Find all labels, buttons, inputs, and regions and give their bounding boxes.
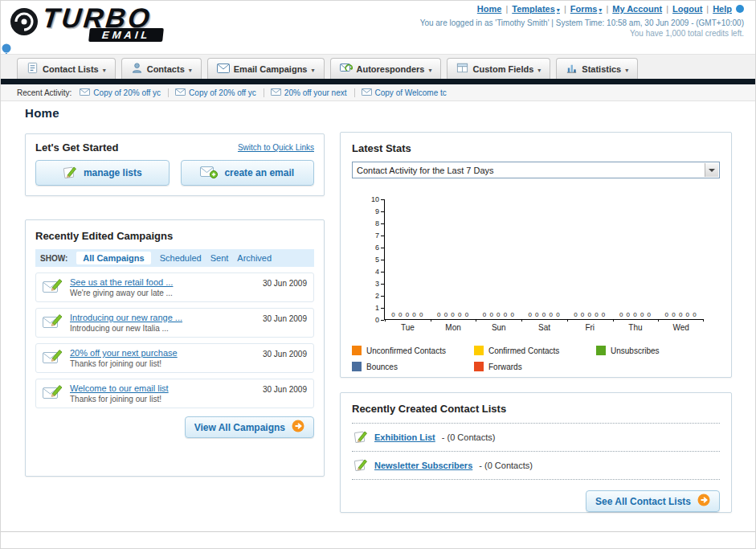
filter-tab-scheduled[interactable]: Scheduled (160, 253, 202, 263)
legend-swatch (596, 346, 606, 355)
see-all-contact-lists-button[interactable]: See All Contact Lists (586, 490, 720, 512)
campaign-title-link[interactable]: Welcome to our email list (70, 383, 169, 393)
campaign-date: 30 Jun 2009 (263, 348, 307, 358)
tab-statistics[interactable]: Statistics (556, 58, 638, 79)
campaign-edit-icon (43, 384, 63, 404)
legend-item: Confirmed Contacts (474, 346, 596, 355)
manage-lists-button[interactable]: manage lists (35, 160, 170, 186)
email-icon (175, 88, 186, 97)
stats-period-select[interactable]: Contact Activity for the Last 7 Days (352, 162, 720, 178)
legend-swatch (352, 346, 362, 355)
legend-label: Bounces (366, 363, 398, 371)
separator: | (564, 4, 566, 14)
recent-activity-item: Copy of 20% off yc (175, 88, 264, 97)
header-link-forms[interactable]: Forms (570, 4, 603, 14)
switch-quick-links-link[interactable]: Switch to Quick Links (238, 143, 314, 152)
contact-lists-icon (27, 62, 39, 76)
contact-list-link[interactable]: Exhibition List (374, 432, 435, 442)
chart-y-axis: 109876543210 (365, 199, 384, 320)
credits-info: You have 1,000 total credits left. (630, 29, 744, 38)
x-tick-label: Fri (567, 323, 613, 332)
logo-secondary: EMAIL (88, 28, 164, 42)
chevron-down-icon (311, 64, 314, 74)
main-nav: Contact Lists Contacts Email Campaigns A… (1, 54, 755, 79)
legend-label: Confirmed Contacts (488, 346, 559, 355)
x-tick-label: Tue (385, 323, 431, 332)
chart-value-labels: 0 0 0 0 0 (476, 311, 521, 319)
campaign-subtitle: Thanks for joining our list! (70, 359, 178, 368)
campaign-date: 30 Jun 2009 (263, 277, 307, 288)
legend-swatch (474, 362, 484, 371)
header-link-templates[interactable]: Templates (512, 4, 560, 14)
campaign-subtitle: Introducing our new Italia ... (70, 324, 182, 333)
header: TURBO EMAIL Home| Templates| Forms| My A… (1, 1, 755, 54)
recent-activity-item: Copy of 20% off yc (80, 88, 169, 97)
tab-contacts[interactable]: Contacts (121, 58, 202, 79)
recent-activity-link[interactable]: 20% off your next (284, 88, 347, 97)
recently-edited-campaigns-panel: Recently Edited Campaigns SHOW: All Camp… (25, 219, 325, 477)
chevron-down-icon (189, 64, 192, 74)
legend-swatch (352, 362, 362, 371)
app-logo[interactable]: TURBO EMAIL (9, 3, 163, 42)
create-email-button[interactable]: create an email (181, 160, 315, 186)
contact-list-count: - (0 Contacts) (442, 432, 496, 442)
arrow-right-icon (292, 420, 304, 435)
header-link-help[interactable]: Help (713, 4, 732, 14)
separator: | (606, 4, 608, 14)
campaign-title-link[interactable]: Introducing our new range ... (70, 313, 182, 322)
header-link-my-account[interactable]: My Account (612, 4, 662, 14)
filter-tab-sent[interactable]: Sent (210, 253, 229, 263)
campaign-row: Introducing our new range ... Introducin… (35, 308, 314, 338)
chart-day-group: 0 0 0 0 0Tue (385, 311, 431, 319)
recent-activity-link[interactable]: Copy of 20% off yc (93, 88, 161, 97)
chart-day-group: 0 0 0 0 0Sun (476, 311, 521, 319)
view-all-campaigns-label: View All Campaigns (194, 422, 285, 433)
chart-value-labels: 0 0 0 0 0 (431, 311, 476, 319)
pencil-paper-icon (353, 429, 368, 445)
campaign-row: Welcome to our email list Thanks for joi… (35, 379, 314, 408)
chevron-down-icon (625, 64, 628, 74)
autoresponders-icon (340, 63, 353, 75)
get-started-panel: Let's Get Started Switch to Quick Links … (25, 133, 325, 196)
tab-label: Email Campaigns (234, 64, 308, 74)
tab-contact-lists[interactable]: Contact Lists (17, 58, 116, 79)
campaigns-panel-title: Recently Edited Campaigns (35, 230, 173, 242)
recent-activity-label: Recent Activity: (17, 88, 72, 97)
contacts-icon (131, 62, 143, 76)
recent-activity-link[interactable]: Copy of 20% off yc (189, 88, 256, 97)
get-started-title: Let's Get Started (35, 141, 119, 154)
legend-item: Unconfirmed Contacts (352, 346, 474, 355)
x-tick-label: Thu (613, 323, 659, 332)
contact-list-link[interactable]: Newsletter Subscribers (374, 461, 472, 470)
chart-day-group: 0 0 0 0 0Sat (521, 311, 567, 319)
recent-activity-link[interactable]: Copy of Welcome tc (375, 88, 447, 97)
tab-label: Statistics (582, 64, 621, 74)
chart-day-group: 0 0 0 0 0Mon (431, 311, 476, 319)
filter-tab-all-campaigns[interactable]: All Campaigns (76, 252, 150, 264)
pencil-paper-icon (63, 165, 77, 182)
campaign-subtitle: Thanks for joining our list! (70, 395, 169, 404)
header-link-home[interactable]: Home (477, 4, 502, 14)
recently-created-contact-lists-panel: Recently Created Contact Lists Exhibitio… (340, 392, 732, 513)
campaign-title-link[interactable]: See us at the retail food ... (70, 277, 173, 287)
view-all-campaigns-button[interactable]: View All Campaigns (185, 416, 314, 438)
x-tick-label: Sat (521, 323, 567, 332)
logo-text: TURBO EMAIL (43, 3, 163, 42)
tab-email-campaigns[interactable]: Email Campaigns (207, 58, 325, 79)
recent-activity-bar: Recent Activity: Copy of 20% off yc Copy… (1, 84, 755, 101)
recent-activity-item: 20% off your next (271, 88, 355, 97)
create-email-label: create an email (224, 167, 294, 178)
campaign-date: 30 Jun 2009 (263, 383, 307, 394)
header-link-logout[interactable]: Logout (672, 4, 702, 14)
filter-tab-archived[interactable]: Archived (237, 253, 272, 263)
latest-stats-panel: Latest Stats Contact Activity for the La… (340, 132, 732, 378)
separator: | (666, 4, 668, 14)
tab-custom-fields[interactable]: Custom Fields (447, 58, 550, 79)
stats-panel-title: Latest Stats (352, 142, 411, 154)
tab-autoresponders[interactable]: Autoresponders (330, 58, 442, 79)
campaign-title-link[interactable]: 20% off your next purchase (70, 348, 178, 358)
see-all-contact-lists-label: See All Contact Lists (595, 496, 691, 507)
campaign-row: 20% off your next purchase Thanks for jo… (35, 343, 314, 373)
contact-list-row: Exhibition List - (0 Contacts) (352, 424, 720, 452)
email-icon (362, 88, 372, 97)
